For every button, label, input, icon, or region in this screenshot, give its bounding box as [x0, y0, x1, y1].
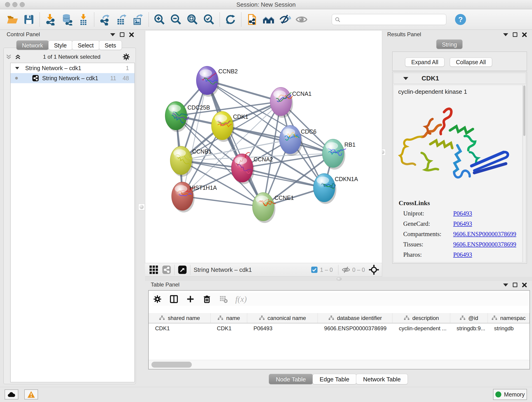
show-enhanced-labels-button[interactable]: [293, 12, 310, 27]
column-header-name[interactable]: name: [210, 313, 247, 323]
memory-button[interactable]: Memory: [493, 389, 527, 400]
network-collection-row[interactable]: String Network – cdk1 1: [11, 63, 134, 73]
collection-expander-icon[interactable]: [15, 67, 19, 69]
float-panel-icon[interactable]: [513, 283, 517, 287]
string-home-button[interactable]: [260, 12, 277, 27]
crosslink-value-link[interactable]: 9606.ENSP00000378699: [453, 230, 516, 238]
tab-style[interactable]: Style: [48, 40, 73, 50]
node-label-HIST1H1A: HIST1H1A: [190, 185, 217, 191]
delete-column-icon[interactable]: [202, 294, 211, 304]
node-CDKN1A[interactable]: CDKN1A: [313, 173, 358, 204]
network-view-canvas[interactable]: CCNB2CCNA1CDC25BCDK1CDC6RB1CCNB1CCNA2CDK…: [145, 31, 382, 263]
cloud-status-button[interactable]: [5, 389, 18, 400]
node-CCNE1[interactable]: CCNE1: [253, 192, 294, 223]
tab-select[interactable]: Select: [72, 40, 99, 50]
save-session-button[interactable]: [21, 12, 37, 27]
column-header-namespac[interactable]: namespac: [488, 313, 530, 323]
results-scrollbar[interactable]: [523, 85, 526, 262]
left-splitter-handle[interactable]: [138, 204, 145, 210]
export-network-button[interactable]: [97, 12, 113, 27]
column-header-canonical-name[interactable]: canonical name: [247, 313, 318, 323]
birds-eye-view-icon[interactable]: [178, 265, 187, 274]
table-options-gear-icon[interactable]: [153, 294, 162, 304]
add-column-icon[interactable]: [186, 294, 195, 304]
crosslink-value-link[interactable]: P06493: [453, 251, 472, 258]
export-image-button[interactable]: [130, 12, 146, 27]
collapse-panel-icon[interactable]: [503, 33, 508, 36]
scrollbar-thumb[interactable]: [152, 362, 192, 368]
column-header-shared-name[interactable]: shared name: [149, 313, 210, 323]
expand-all-networks-icon[interactable]: [14, 53, 21, 60]
crosslink-value-link[interactable]: P06493: [453, 210, 472, 217]
column-label: shared name: [168, 315, 200, 321]
collapse-panel-icon[interactable]: [110, 33, 115, 36]
tab-sets[interactable]: Sets: [99, 40, 122, 50]
export-table-button[interactable]: [113, 12, 130, 27]
close-panel-icon[interactable]: [522, 32, 527, 37]
network-row[interactable]: String Network – cdk1 11 48: [11, 73, 134, 83]
warnings-button[interactable]: [24, 389, 38, 400]
search-input[interactable]: [342, 15, 443, 24]
refresh-layout-button[interactable]: [222, 12, 239, 27]
node-RB1[interactable]: RB1: [322, 139, 355, 170]
close-panel-icon[interactable]: [522, 282, 527, 287]
grid-view-icon[interactable]: [149, 265, 159, 275]
network-options-gear-icon[interactable]: [122, 53, 130, 61]
tab-network[interactable]: Network: [16, 40, 49, 50]
import-network-file-button[interactable]: [42, 12, 59, 27]
string-import-button[interactable]: [244, 12, 260, 27]
crosslink-value-link[interactable]: 9606.ENSP00000378699: [453, 241, 516, 248]
tab-node-table[interactable]: Node Table: [269, 374, 313, 384]
main-toolbar: ?: [0, 9, 532, 30]
import-network-database-button[interactable]: [59, 12, 75, 27]
selected-checkbox-icon[interactable]: [311, 266, 318, 273]
edge-CCNB2-HIST1H1A[interactable]: [182, 80, 207, 196]
node-HIST1H1A[interactable]: HIST1H1A: [172, 182, 217, 212]
string-network-graph[interactable]: CCNB2CCNA1CDC25BCDK1CDC6RB1CCNB1CCNA2CDK…: [145, 31, 382, 262]
tab-string[interactable]: String: [436, 39, 462, 49]
tab-edge-table[interactable]: Edge Table: [312, 374, 356, 384]
close-panel-icon[interactable]: [129, 32, 134, 37]
table-cell[interactable]: cyclin-dependent ...: [393, 323, 450, 333]
fit-content-crosshair-icon[interactable]: [369, 264, 379, 275]
column-header-@id[interactable]: @id: [450, 313, 488, 323]
import-table-button[interactable]: [75, 12, 92, 27]
table-cell[interactable]: CDK1: [149, 323, 210, 333]
collapse-all-button[interactable]: Collapse All: [450, 57, 492, 67]
node-CCNA1[interactable]: CCNA1: [270, 87, 312, 118]
table-cell[interactable]: P06493: [247, 323, 318, 333]
crosslink-row: Compartments:9606.ENSP00000378699: [403, 230, 522, 238]
table-row[interactable]: CDK1CDK1P064939606.ENSP00000378699cyclin…: [149, 323, 530, 333]
node-table[interactable]: shared name name canonical name database…: [149, 313, 530, 333]
table-cell[interactable]: 9606.ENSP00000378699: [318, 323, 393, 333]
float-panel-icon[interactable]: [513, 32, 517, 37]
zoom-in-button[interactable]: [151, 12, 168, 27]
help-button[interactable]: ?: [455, 14, 466, 25]
zoom-fit-button[interactable]: [184, 12, 201, 27]
column-header-description[interactable]: description: [393, 313, 450, 323]
splitter-handle[interactable]: [336, 277, 342, 281]
section-expander-icon[interactable]: [403, 77, 408, 80]
table-cell[interactable]: stringdb: [488, 323, 530, 333]
show-columns-icon[interactable]: [169, 294, 178, 304]
collapse-all-networks-icon[interactable]: [5, 53, 12, 60]
table-cell[interactable]: stringdb:9...: [450, 323, 488, 333]
zoom-selected-button[interactable]: [201, 12, 217, 27]
zoom-out-button[interactable]: [168, 12, 184, 27]
network-view-mode-icon[interactable]: [162, 265, 171, 274]
tab-network-table[interactable]: Network Table: [356, 374, 408, 384]
float-panel-icon[interactable]: [120, 32, 124, 37]
column-header-database-identifier[interactable]: database identifier: [318, 313, 393, 323]
table-cell[interactable]: CDK1: [210, 323, 247, 333]
hidden-eye-slash-icon[interactable]: [342, 265, 350, 274]
crosslink-value-link[interactable]: P06493: [453, 220, 472, 227]
open-session-button[interactable]: [4, 12, 21, 27]
table-h-scrollbar[interactable]: [149, 360, 530, 369]
collapse-panel-icon[interactable]: [503, 283, 508, 287]
gene-section-header[interactable]: CDK1: [393, 73, 526, 84]
protein-structure-image: [396, 97, 520, 198]
hide-glass-balls-button[interactable]: [277, 12, 293, 27]
expand-all-button[interactable]: Expand All: [405, 57, 444, 67]
node-CCNB2[interactable]: CCNB2: [196, 66, 238, 97]
scrollbar-thumb[interactable]: [523, 85, 525, 136]
